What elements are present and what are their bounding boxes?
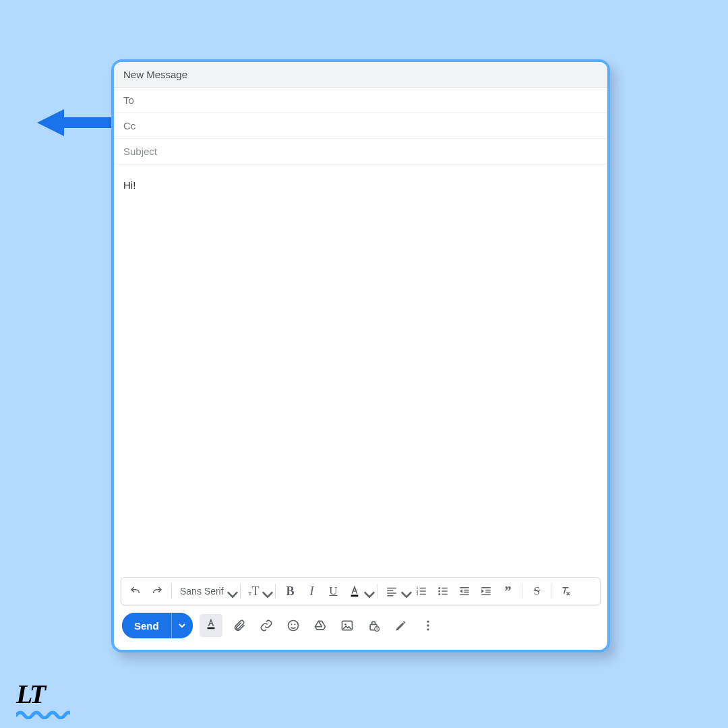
quote-icon: ” — [504, 588, 511, 595]
quote-button[interactable]: ” — [497, 581, 518, 601]
image-icon — [340, 619, 354, 632]
redo-button[interactable] — [147, 581, 167, 601]
indent-increase-icon — [480, 585, 492, 597]
send-button-label: Send — [134, 620, 159, 632]
svg-marker-8 — [460, 589, 463, 593]
to-field[interactable]: To — [114, 88, 607, 113]
insert-drive-button[interactable] — [310, 615, 330, 636]
drive-icon — [313, 619, 327, 632]
remove-formatting-button[interactable] — [555, 581, 576, 601]
svg-point-18 — [427, 621, 429, 623]
wave-underline-icon — [16, 710, 70, 719]
indent-decrease-button[interactable] — [454, 581, 475, 601]
bulleted-list-icon — [437, 585, 449, 597]
formatting-toolbar: Sans Serif тT B I U — [121, 577, 601, 605]
callout-arrow — [37, 108, 111, 138]
emoji-icon — [286, 619, 300, 632]
svg-marker-0 — [37, 109, 111, 136]
redo-icon — [151, 585, 163, 597]
compose-action-bar: Send — [114, 612, 607, 650]
numbered-list-icon: 123 — [415, 585, 427, 597]
bold-icon: B — [286, 584, 294, 599]
insert-link-button[interactable] — [256, 615, 276, 636]
svg-point-19 — [427, 624, 429, 626]
svg-point-13 — [294, 624, 295, 625]
svg-point-12 — [291, 624, 292, 625]
subject-placeholder: Subject — [123, 146, 157, 157]
toolbar-divider — [522, 584, 522, 599]
indent-decrease-icon — [458, 585, 471, 597]
indent-increase-button[interactable] — [476, 581, 496, 601]
to-field-label: To — [123, 94, 134, 106]
insert-signature-button[interactable] — [391, 615, 411, 636]
strikethrough-button[interactable]: S — [526, 581, 547, 601]
brand-logo-text: LT — [16, 678, 70, 710]
chevron-down-icon — [400, 588, 406, 594]
send-button[interactable]: Send — [122, 613, 171, 638]
text-color-dropdown[interactable] — [344, 581, 373, 601]
toolbar-divider — [171, 584, 172, 599]
font-size-dropdown[interactable]: тT — [245, 581, 272, 601]
font-family-dropdown[interactable]: Sans Serif — [176, 581, 236, 601]
italic-button[interactable]: I — [301, 581, 322, 601]
subject-field[interactable]: Subject — [114, 139, 607, 164]
strikethrough-icon: S — [534, 584, 540, 598]
chevron-down-icon — [262, 588, 267, 594]
cc-field[interactable]: Cc — [114, 113, 607, 139]
compose-window: New Message To Cc Subject Hi! Sans Serif — [111, 59, 610, 653]
align-left-icon — [386, 585, 398, 597]
underline-icon: U — [329, 584, 337, 598]
message-body-text: Hi! — [123, 179, 135, 191]
svg-marker-9 — [482, 589, 485, 593]
paperclip-icon — [233, 619, 246, 632]
more-vertical-icon — [421, 619, 435, 632]
align-dropdown[interactable] — [382, 581, 410, 601]
bulleted-list-button[interactable] — [433, 581, 453, 601]
toolbar-divider — [551, 584, 551, 599]
lock-clock-icon — [367, 619, 381, 632]
font-size-icon: тT — [249, 584, 260, 599]
insert-photo-button[interactable] — [337, 615, 357, 636]
svg-point-5 — [439, 587, 441, 589]
svg-point-20 — [427, 628, 429, 630]
cc-field-label: Cc — [123, 120, 135, 131]
text-color-icon — [205, 618, 217, 633]
toolbar-divider — [275, 584, 276, 599]
undo-button[interactable] — [125, 581, 146, 601]
remove-formatting-icon — [559, 585, 572, 597]
send-button-group: Send — [122, 613, 193, 638]
chevron-down-icon — [179, 621, 185, 631]
bold-button[interactable]: B — [280, 581, 300, 601]
pen-icon — [394, 619, 408, 632]
underline-button[interactable]: U — [323, 581, 343, 601]
more-options-button[interactable] — [418, 615, 438, 636]
attach-file-button[interactable] — [229, 615, 249, 636]
message-body[interactable]: Hi! — [114, 164, 607, 577]
italic-icon: I — [309, 584, 313, 599]
svg-point-11 — [288, 621, 298, 631]
svg-text:3: 3 — [417, 592, 419, 596]
send-options-button[interactable] — [171, 613, 193, 638]
link-icon — [260, 619, 273, 632]
toolbar-divider — [377, 584, 377, 599]
toolbar-divider — [240, 584, 241, 599]
svg-point-6 — [439, 590, 441, 593]
svg-rect-10 — [207, 628, 214, 630]
undo-icon — [129, 585, 142, 597]
svg-point-15 — [344, 624, 346, 626]
insert-emoji-button[interactable] — [283, 615, 303, 636]
svg-point-7 — [439, 593, 441, 595]
text-color-icon — [348, 585, 361, 597]
brand-logo: LT — [16, 678, 70, 719]
window-title: New Message — [114, 62, 607, 88]
formatting-options-button[interactable] — [200, 614, 222, 637]
confidential-mode-button[interactable] — [364, 615, 384, 636]
window-title-text: New Message — [123, 69, 187, 80]
chevron-down-icon — [363, 588, 369, 594]
numbered-list-button[interactable]: 123 — [411, 581, 431, 601]
chevron-down-icon — [226, 588, 232, 594]
svg-rect-1 — [351, 595, 359, 597]
font-family-label: Sans Serif — [180, 586, 224, 597]
